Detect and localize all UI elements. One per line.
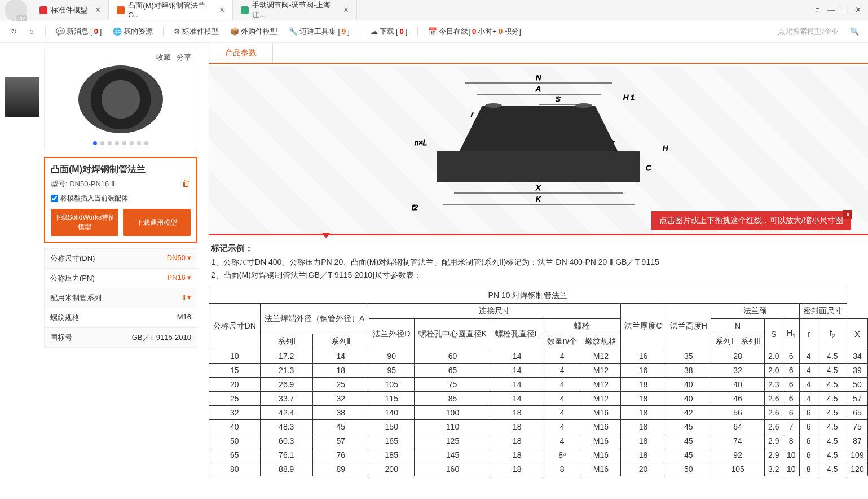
resize-handle-icon[interactable] <box>321 233 331 238</box>
tab-icon <box>117 6 125 14</box>
tab-label: 凸面(M)对焊钢制管法兰-G... <box>128 1 212 19</box>
svg-text:f2: f2 <box>412 203 418 212</box>
param-key: 公称压力(PN) <box>50 273 95 283</box>
tab-2[interactable]: 手动调节阀-调节阀-上海江...× <box>233 0 357 20</box>
avatar[interactable]: VIP <box>5 0 27 21</box>
download-button[interactable]: ☁下载[0] <box>366 27 412 37</box>
content-tabs: 产品参数 <box>209 43 868 64</box>
maximize-icon[interactable]: □ <box>843 6 847 14</box>
tab-0[interactable]: 标准件模型× <box>32 0 109 20</box>
param-list: 公称尺寸(DN)DN50▾公称压力(PN)PN16▾配用米制管系列Ⅱ▾螺纹规格M… <box>44 248 197 348</box>
home-icon[interactable]: ⌂ <box>26 26 37 37</box>
dimension-table: PN 10 对焊钢制管法兰 公称尺寸DN 法兰焊端外径（钢管外径）A 连接尺寸 … <box>209 288 868 476</box>
param-key: 配用米制管系列 <box>50 293 102 303</box>
product-gallery[interactable]: 收藏 分享 <box>44 49 197 150</box>
tab-label: 标准件模型 <box>51 5 87 15</box>
svg-point-19 <box>575 103 592 108</box>
tab-strip: 标准件模型×凸面(M)对焊钢制管法兰-G...×手动调节阀-调节阀-上海江...… <box>32 0 809 20</box>
toolset-button[interactable]: 🔧迈迪工具集[9] <box>284 27 354 37</box>
tab-product-params[interactable]: 产品参数 <box>209 43 273 63</box>
vip-badge: VIP <box>16 15 27 21</box>
tab-icon <box>241 6 249 14</box>
svg-text:X: X <box>535 183 541 192</box>
param-row-4: 国标号GB／T 9115-2010 <box>45 328 197 348</box>
my-resources-button[interactable]: 🌐我的资源 <box>108 27 157 37</box>
table-row: 2533.73211585144M121840462.6644.557 <box>209 392 868 406</box>
table-row: 3242.438140100184M161842562.6664.565 <box>209 406 868 420</box>
param-key: 公称尺寸(DN) <box>50 253 95 264</box>
notes-line-1: 1、公称尺寸DN 400、公称压力PN 20、凸面(M)对焊钢制管法兰、配用米制… <box>211 256 866 269</box>
tab-close-icon[interactable]: × <box>95 5 100 15</box>
tab-1[interactable]: 凸面(M)对焊钢制管法兰-G...× <box>109 0 233 20</box>
param-row-0[interactable]: 公称尺寸(DN)DN50▾ <box>45 249 197 269</box>
gallery-dots[interactable] <box>93 141 148 145</box>
titlebar: VIP 标准件模型×凸面(M)对焊钢制管法兰-G...×手动调节阀-调节阀-上海… <box>0 0 868 20</box>
svg-text:C: C <box>646 164 651 172</box>
param-value: GB／T 9115-2010 <box>132 332 191 343</box>
product-title: 凸面(M)对焊钢制管法兰 <box>51 164 191 176</box>
tip-close-icon[interactable]: ✕ <box>843 210 852 219</box>
svg-text:n×L: n×L <box>415 138 427 147</box>
tab-close-icon[interactable]: × <box>343 5 349 15</box>
close-icon[interactable]: ✕ <box>855 6 861 14</box>
svg-text:H: H <box>663 144 668 152</box>
content-area: 产品参数 N A S H 1 H C n×L f2 r r X K <box>203 43 868 499</box>
refresh-icon[interactable]: ↻ <box>8 26 19 37</box>
table-row: 6576.176185145188ᵃM161845922.91064.5109 <box>209 448 868 462</box>
table-row: 1017.2149060144M121635282.0644.534 <box>209 349 868 364</box>
menu-icon[interactable]: ≡ <box>816 6 820 14</box>
download-sw-button[interactable]: 下载SolidWorks特征模型 <box>51 209 118 236</box>
dropdown-icon: ▾ <box>187 273 191 282</box>
table-row: 1521.3189565144M121638322.0644.539 <box>209 364 868 378</box>
svg-text:A: A <box>535 85 541 93</box>
table-row: 8088.989200160188M1620501053.21084.5120 <box>209 462 868 476</box>
param-value: Ⅱ▾ <box>182 293 191 303</box>
tab-icon <box>39 6 47 14</box>
svg-rect-17 <box>437 151 640 182</box>
param-row-1[interactable]: 公称压力(PN)PN16▾ <box>45 269 197 288</box>
param-value: PN16▾ <box>167 273 191 283</box>
download-generic-button[interactable]: 下载通用模型 <box>123 209 191 236</box>
param-row-3: 螺纹规格M16 <box>45 308 197 328</box>
param-row-2[interactable]: 配用米制管系列Ⅱ▾ <box>45 288 197 308</box>
flange-drawing: N A S H 1 H C n×L f2 r r X K <box>381 72 697 230</box>
notes-line-2: 2、凸面(M)对焊钢制管法兰[GB／T 9115-2010]尺寸参数表： <box>211 269 866 282</box>
svg-text:H 1: H 1 <box>623 93 635 102</box>
search-hint[interactable]: 点此搜索模型/企业 <box>778 27 839 37</box>
favorite-button[interactable]: 收藏 <box>156 53 171 62</box>
product-image <box>78 65 163 133</box>
tab-label: 手动调节阀-调节阀-上海江... <box>252 0 336 20</box>
svg-point-18 <box>485 103 502 108</box>
window-controls: ≡ — □ ✕ <box>809 6 868 14</box>
table-row: 4048.345150110184M161845642.6764.575 <box>209 420 868 434</box>
svg-text:r: r <box>471 110 474 119</box>
dropdown-icon: ▾ <box>187 253 191 262</box>
new-message-button[interactable]: 💬新消息[0] <box>51 27 106 37</box>
param-key: 螺纹规格 <box>50 313 80 323</box>
notes-title: 标记示例： <box>211 241 866 256</box>
std-model-button[interactable]: ⚙标准件模型 <box>169 27 223 37</box>
tab-close-icon[interactable]: × <box>219 5 224 15</box>
table-row: 2026.92510575144M121840402.3644.550 <box>209 378 868 392</box>
dropdown-icon: ▾ <box>187 293 191 301</box>
search-icon[interactable]: 🔍 <box>849 26 860 37</box>
svg-text:K: K <box>536 195 541 203</box>
param-key: 国标号 <box>50 332 72 343</box>
svg-text:S: S <box>556 95 561 103</box>
toolbar: ↻ ⌂ 💬新消息[0] 🌐我的资源 ⚙标准件模型 📦外购件模型 🔧迈迪工具集[9… <box>0 20 868 43</box>
product-model: 型号: DN50-PN16 Ⅱ <box>51 179 191 189</box>
param-value: M16 <box>177 313 191 323</box>
share-button[interactable]: 分享 <box>177 53 191 62</box>
zoom-tip: 点击图片或上下拖拽这个红线，可以放大/缩小尺寸图 ✕ <box>651 211 851 230</box>
svg-text:N: N <box>536 73 541 82</box>
dimension-diagram[interactable]: N A S H 1 H C n×L f2 r r X K <box>209 66 868 235</box>
info-card: 凸面(M)对焊钢制管法兰 型号: DN50-PN16 Ⅱ 🗑 将模型插入当前装配… <box>44 157 197 243</box>
notes-section: 标记示例： 1、公称尺寸DN 400、公称压力PN 20、凸面(M)对焊钢制管法… <box>209 235 868 288</box>
delete-icon[interactable]: 🗑 <box>182 178 191 189</box>
online-status: 📅今日在线[0小时+ 0积分] <box>424 27 525 37</box>
table-row: 5060.357165125184M161845742.9864.587 <box>209 434 868 448</box>
sidebar: 收藏 分享 凸面(M)对焊钢制管法兰 型号: DN50-PN16 Ⅱ 🗑 将模型… <box>0 43 203 499</box>
insert-assembly-checkbox[interactable]: 将模型插入当前装配体 <box>51 194 191 203</box>
minimize-icon[interactable]: — <box>827 6 835 14</box>
buy-model-button[interactable]: 📦外购件模型 <box>226 27 282 37</box>
